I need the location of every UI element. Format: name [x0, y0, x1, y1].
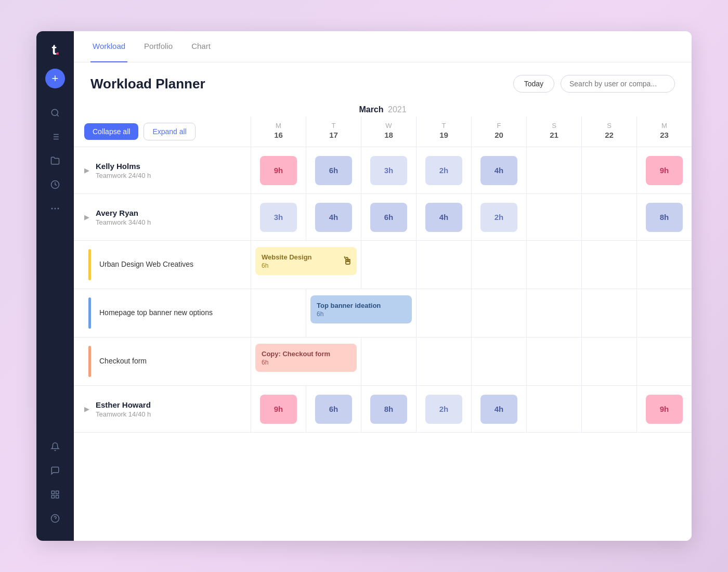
urban-cell-2	[361, 241, 416, 289]
day-header-thu19: T 19	[416, 116, 471, 147]
day-number-5: 21	[529, 131, 579, 139]
day-letter-2: W	[363, 122, 414, 129]
kelly-hours-2: 3h	[370, 156, 407, 185]
grid-header-row: Collapse all Expand all M 16 T 17 W 18	[74, 116, 692, 147]
day-header-fri20: F 20	[471, 116, 526, 147]
avery-cell-4: 2h	[471, 194, 526, 240]
subtask-bar-banner	[88, 297, 91, 329]
day-number-4: 20	[474, 131, 524, 139]
kelly-hours-1: 6h	[315, 156, 352, 185]
day-header-mon16: M 16	[251, 116, 306, 147]
day-number-3: 19	[419, 131, 469, 139]
day-letter-0: M	[253, 122, 304, 129]
plus-icon: +	[52, 72, 59, 85]
sidebar-icon-grid[interactable]	[45, 485, 65, 504]
subtask-info-banner: Homepage top banner new options	[74, 289, 251, 337]
expand-all-button[interactable]: Expand all	[144, 123, 195, 140]
svg-rect-13	[51, 496, 54, 498]
person-name-esther: Esther Howard	[96, 400, 151, 409]
kelly-cell-0: 9h	[251, 147, 306, 193]
svg-point-9	[55, 208, 56, 210]
sidebar-icon-search[interactable]	[45, 103, 65, 123]
person-sub-kelly: Teamwork 24/40 h	[96, 172, 151, 179]
avery-hours-4: 2h	[480, 203, 517, 232]
tab-chart[interactable]: Chart	[189, 31, 213, 62]
add-button[interactable]: +	[45, 69, 65, 88]
urban-task-hours: 6h	[262, 262, 350, 269]
sidebar-icon-help[interactable]	[45, 509, 65, 528]
grid-container: Collapse all Expand all M 16 T 17 W 18	[74, 116, 692, 541]
sidebar-icon-bell[interactable]	[45, 437, 65, 457]
page-title: Workload Planner	[90, 76, 205, 92]
person-sub-esther: Teamwork 14/40 h	[96, 410, 151, 418]
day-letter-4: F	[474, 122, 524, 129]
urban-cell-7	[636, 241, 692, 289]
esther-hours-1: 6h	[315, 395, 352, 424]
avery-hours-7: 8h	[646, 203, 683, 232]
day-header-wed18: W 18	[361, 116, 416, 147]
esther-cell-4: 4h	[471, 386, 526, 432]
kelly-cell-5	[526, 147, 581, 193]
esther-cell-7: 9h	[636, 386, 692, 432]
today-button[interactable]: Today	[513, 75, 554, 93]
day-letter-6: S	[584, 122, 634, 129]
sidebar-icon-chat[interactable]	[45, 461, 65, 480]
avery-cell-5	[526, 194, 581, 240]
person-sub-avery: Teamwork 34/40 h	[96, 218, 151, 226]
person-details-kelly: Kelly Holms Teamwork 24/40 h	[96, 162, 151, 179]
subtask-name-urban: Urban Design Web Creatives	[99, 259, 193, 270]
tab-workload[interactable]: Workload	[90, 31, 127, 62]
row-kelly-holms: ▶ Kelly Holms Teamwork 24/40 h 9h 6h	[74, 147, 692, 194]
cursor-icon: 🖱	[342, 255, 353, 267]
checkout-cell-2	[361, 337, 416, 385]
row-checkout-form: Checkout form Copy: Checkout form 6h	[74, 337, 692, 386]
sidebar-icon-more[interactable]	[45, 199, 65, 218]
kelly-cell-1: 6h	[306, 147, 361, 193]
day-number-0: 16	[253, 131, 304, 139]
logo-dot: .	[56, 42, 59, 58]
grid-body: ▶ Kelly Holms Teamwork 24/40 h 9h 6h	[74, 147, 692, 541]
avery-hours-2: 6h	[370, 203, 407, 232]
expand-chevron-kelly[interactable]: ▶	[84, 166, 89, 174]
subtask-name-banner: Homepage top banner new options	[99, 308, 213, 318]
subtask-bar-urban	[88, 249, 91, 280]
day-header-sun22: S 22	[581, 116, 636, 147]
expand-chevron-avery[interactable]: ▶	[84, 213, 89, 221]
urban-task-bar[interactable]: Website Design 6h 🖱	[255, 247, 357, 275]
day-header-tue17: T 17	[306, 116, 361, 147]
checkout-task-label: Copy: Checkout form	[262, 350, 350, 358]
banner-cell-6	[581, 289, 636, 337]
svg-rect-14	[56, 496, 59, 498]
avery-hours-0: 3h	[260, 203, 297, 232]
avery-cell-0: 3h	[251, 194, 306, 240]
sidebar-icon-clock[interactable]	[45, 175, 65, 194]
sidebar-icon-folder[interactable]	[45, 151, 65, 171]
kelly-hours-3: 2h	[425, 156, 462, 185]
banner-task-bar[interactable]: Top banner ideation 6h	[310, 295, 412, 323]
day-number-7: 23	[639, 131, 690, 139]
checkout-task-bar[interactable]: Copy: Checkout form 6h	[255, 344, 357, 372]
collapse-all-button[interactable]: Collapse all	[84, 123, 138, 140]
banner-cell-0	[251, 289, 306, 337]
kelly-cell-3: 2h	[416, 147, 471, 193]
checkout-cell-5	[526, 337, 581, 385]
esther-cell-0: 9h	[251, 386, 306, 432]
expand-chevron-esther[interactable]: ▶	[84, 405, 89, 413]
month-header: March 2021	[74, 101, 692, 116]
banner-task-hours: 6h	[317, 310, 406, 318]
tab-portfolio[interactable]: Portfolio	[142, 31, 175, 62]
kelly-cell-7: 9h	[636, 147, 692, 193]
banner-cell-7	[636, 289, 692, 337]
kelly-hours-4: 4h	[480, 156, 517, 185]
sidebar-icon-list[interactable]	[45, 127, 65, 147]
main-content: Workload Portfolio Chart Workload Planne…	[74, 31, 692, 541]
esther-hours-0: 9h	[260, 395, 297, 424]
person-info-kelly: ▶ Kelly Holms Teamwork 24/40 h	[74, 147, 251, 193]
urban-cell-5	[526, 241, 581, 289]
banner-task-label: Top banner ideation	[317, 302, 406, 309]
avery-cell-6	[581, 194, 636, 240]
day-number-1: 17	[308, 131, 359, 139]
kelly-hours-7: 9h	[646, 156, 683, 185]
search-input[interactable]	[561, 75, 675, 93]
person-name-kelly: Kelly Holms	[96, 162, 151, 171]
